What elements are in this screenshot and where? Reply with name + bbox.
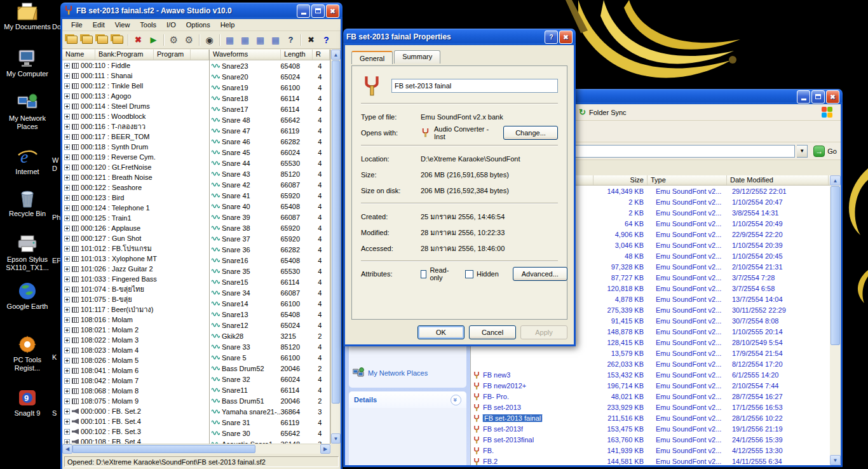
expand-icon[interactable]	[64, 327, 70, 333]
program-row[interactable]: 000:112 : Tinkle Bell	[62, 81, 209, 91]
program-row[interactable]: 000:125 : Train1	[62, 213, 209, 223]
expand-icon[interactable]	[64, 93, 70, 99]
program-row[interactable]: 108:068 : Molam 8	[62, 386, 209, 396]
layout-list-icon[interactable]	[222, 32, 237, 47]
waveform-row[interactable]: Snare 45 66024 4	[210, 147, 330, 158]
file-row[interactable]: FB- Pro. 48,021 KB Emu SoundFont v2... 2…	[471, 391, 830, 402]
waveform-row[interactable]: Snare 36 66282 4	[210, 244, 330, 255]
program-row[interactable]: 108:021 : Molam 2	[62, 325, 209, 335]
program-row[interactable]: 101:013 : Xylophone MT	[62, 254, 209, 264]
folder-sync-button[interactable]: ↻ Folder Sync	[579, 107, 627, 117]
desktop-icon-pc-tools[interactable]: PC Tools Regist...	[0, 334, 55, 372]
waveform-row[interactable]: Snare 41 65920 4	[210, 190, 330, 201]
tab-summary[interactable]: Summary	[394, 50, 440, 64]
tab-general[interactable]: General	[351, 51, 393, 64]
expand-icon[interactable]	[64, 287, 70, 292]
program-row[interactable]: 108:041 : Molam 6	[62, 365, 209, 376]
program-row[interactable]: 000:119 : Reverse Cym.	[62, 152, 209, 162]
expand-icon[interactable]	[64, 439, 70, 444]
waveform-row[interactable]: Snare 43 85120 4	[210, 168, 330, 179]
expand-icon[interactable]	[64, 368, 70, 374]
expand-icon[interactable]	[64, 276, 70, 282]
column-header-bank-program[interactable]: Bank:Program	[95, 50, 154, 60]
waveform-row[interactable]: Snare14 66100 4	[210, 298, 330, 309]
expand-icon[interactable]	[64, 104, 70, 109]
program-row[interactable]: 101:026 : Jazz Guitar 2	[62, 264, 209, 274]
my-network-places-link[interactable]: My Network Places	[353, 367, 428, 379]
program-row[interactable]: 101:074 : B-ขลุ่ยไทย	[62, 284, 209, 294]
file-row[interactable]: FB set-2013final 163,760 KB Emu SoundFon…	[471, 434, 830, 445]
waveform-row[interactable]: Snare 35 65530 4	[210, 266, 330, 276]
program-row[interactable]: 000:113 : Agogo	[62, 91, 209, 101]
waveform-row[interactable]: Snare17 66114 4	[210, 104, 330, 114]
column-header-program[interactable]: Program	[154, 50, 191, 60]
expand-icon[interactable]	[64, 297, 70, 302]
desktop-icon-google-earth[interactable]: Google Earth	[0, 281, 55, 311]
waveform-row[interactable]: Snare19 66100 4	[210, 82, 330, 93]
program-row[interactable]: 000:116 : T-กลองยาว	[62, 121, 209, 132]
scrollbar-thumb[interactable]	[831, 186, 840, 345]
help-icon[interactable]	[319, 32, 334, 47]
menu-item[interactable]: View	[110, 20, 135, 30]
program-row[interactable]: 108:016 : Molam	[62, 315, 209, 325]
file-row[interactable]: FB.2 144,581 KB Emu SoundFont v2... 14/1…	[471, 456, 830, 465]
program-row[interactable]: 000:118 : Synth Drum	[62, 142, 209, 152]
expand-icon[interactable]	[64, 348, 70, 353]
menu-item[interactable]: I/O	[161, 20, 181, 30]
tools-icon[interactable]	[182, 32, 196, 47]
file-row[interactable]: FB. 141,939 KB Emu SoundFont v2... 4/12/…	[471, 445, 830, 456]
expand-icon[interactable]	[64, 144, 70, 150]
expand-icon[interactable]	[64, 83, 70, 89]
close-button[interactable]: ✖	[826, 90, 839, 104]
close-button[interactable]: ✖	[559, 31, 573, 44]
expand-icon[interactable]	[64, 317, 70, 323]
program-row[interactable]: 101:033 : Fingered Bass	[62, 274, 209, 284]
program-row[interactable]: 108:042 : Molam 7	[62, 376, 209, 386]
read-only-checkbox[interactable]	[421, 270, 426, 278]
expand-icon[interactable]	[64, 185, 70, 191]
waveform-row[interactable]: Snare 30 65642 4	[210, 428, 330, 438]
chevron-down-icon[interactable]: »	[451, 395, 461, 405]
save-as-icon[interactable]	[111, 32, 125, 47]
expand-icon[interactable]	[64, 358, 70, 364]
waveform-row[interactable]: Snare23 65408 4	[210, 60, 330, 71]
program-row[interactable]: 108:022 : Molam 3	[62, 335, 209, 345]
desktop-icon-recycle-bin[interactable]: Recycle Bin	[0, 188, 55, 218]
waveform-row[interactable]: Snare 5 66100 4	[210, 352, 330, 363]
column-header-rate[interactable]: R	[313, 50, 330, 60]
hidden-checkbox[interactable]	[465, 270, 473, 278]
file-row[interactable]: FB set-2013 233,929 KB Emu SoundFont v2.…	[471, 402, 830, 412]
file-row[interactable]: FB new3 153,432 KB Emu SoundFont v2... 6…	[471, 369, 830, 380]
program-row[interactable]: 000:126 : Applause	[62, 223, 209, 233]
expand-icon[interactable]	[64, 215, 70, 221]
column-header-waveforms[interactable]: Waveforms	[210, 50, 281, 60]
expand-icon[interactable]	[64, 226, 70, 231]
apply-button[interactable]: Apply	[520, 325, 567, 339]
expand-icon[interactable]	[64, 165, 70, 170]
expand-icon[interactable]	[64, 134, 70, 140]
maximize-button[interactable]	[311, 4, 325, 18]
file-row[interactable]: FB new2012+ 196,714 KB Emu SoundFont v2.…	[471, 380, 830, 391]
column-header-date-modified[interactable]: Date Modified	[727, 175, 829, 185]
horizontal-scrollbar[interactable]: ◀ ▶	[62, 444, 330, 454]
ok-button[interactable]: OK	[417, 325, 465, 339]
vertical-scrollbar[interactable]: ▲ ▼	[330, 50, 341, 444]
program-row[interactable]: 000:114 : Steel Drums	[62, 101, 209, 111]
expand-icon[interactable]	[64, 124, 70, 130]
expand-icon[interactable]	[64, 246, 70, 252]
scroll-up-button[interactable]: ▲	[830, 175, 841, 186]
minimize-button[interactable]	[297, 4, 310, 18]
waveform-row[interactable]: Snare 34 66087 4	[210, 287, 330, 298]
program-row[interactable]: 000:108 : FB. Set.4	[62, 437, 209, 444]
column-header-type[interactable]: Type	[648, 175, 727, 185]
waveform-row[interactable]: Snare13 65408 4	[210, 309, 330, 320]
waveform-row[interactable]: Snare 32 66024 4	[210, 374, 330, 384]
go-button[interactable]: → Go	[813, 146, 837, 157]
waveform-row[interactable]: Snare18 66114 4	[210, 93, 330, 104]
expand-icon[interactable]	[64, 266, 70, 272]
maximize-button[interactable]	[811, 90, 825, 104]
expand-icon[interactable]	[64, 114, 70, 119]
filename-input[interactable]	[391, 79, 558, 93]
context-help-icon[interactable]	[283, 32, 298, 47]
awave-titlebar[interactable]: FB set-2013 fainal.sf2 - Awave Studio v1…	[60, 3, 342, 19]
